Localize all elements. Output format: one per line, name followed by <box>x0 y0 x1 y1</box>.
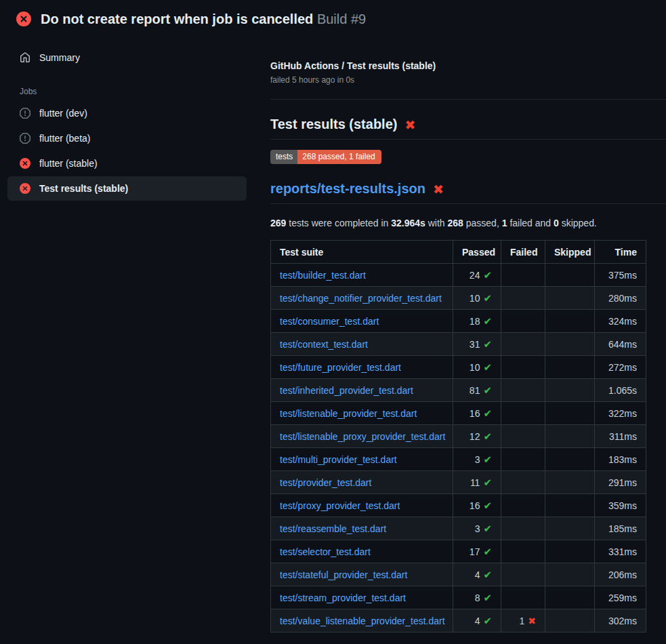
time-cell: 291ms <box>595 471 646 494</box>
divider <box>270 99 666 100</box>
summary-number: 32.964s <box>391 218 425 228</box>
x-circle-icon <box>20 158 30 169</box>
failed-cell <box>501 448 545 471</box>
test-suite-link[interactable]: test/future_provider_test.dart <box>280 362 401 373</box>
test-suite-link[interactable]: test/provider_test.dart <box>280 477 371 488</box>
test-suite-link[interactable]: test/multi_provider_test.dart <box>280 454 397 465</box>
suite-cell: test/inherited_provider_test.dart <box>271 379 453 402</box>
sidebar-item-summary[interactable]: Summary <box>7 47 247 68</box>
test-suite-link[interactable]: test/value_listenable_provider_test.dart <box>280 616 445 626</box>
column-header: Failed <box>501 241 545 264</box>
time-cell: 183ms <box>595 448 646 471</box>
test-suite-link[interactable]: test/builder_test.dart <box>280 270 366 281</box>
passed-cell: 16✔ <box>453 402 501 425</box>
sidebar-job-label: flutter (stable) <box>39 158 98 169</box>
time-cell: 322ms <box>595 402 646 425</box>
check-icon: ✔ <box>483 454 492 466</box>
failed-cell <box>501 563 545 586</box>
sidebar-job-item[interactable]: flutter (dev) <box>7 101 247 125</box>
check-icon: ✔ <box>483 615 492 627</box>
column-header: Time <box>595 241 646 264</box>
sidebar-job-item[interactable]: Test results (stable) <box>7 176 247 201</box>
build-number: Build #9 <box>317 12 366 26</box>
test-suite-link[interactable]: test/consumer_test.dart <box>280 316 379 327</box>
suite-cell: test/selector_test.dart <box>271 540 453 563</box>
summary-text: with <box>425 218 448 228</box>
failed-cell <box>501 264 545 287</box>
count-value: 31 <box>470 339 480 350</box>
failed-cell: 1✖ <box>501 609 545 632</box>
suite-cell: test/stream_provider_test.dart <box>271 586 453 609</box>
count-value: 4 <box>475 569 480 580</box>
test-suite-link[interactable]: test/change_notifier_provider_test.dart <box>280 293 442 304</box>
report-link[interactable]: reports/test-results.json <box>270 181 425 197</box>
suite-cell: test/provider_test.dart <box>271 471 453 494</box>
report-heading: reports/test-results.json ✖ <box>270 181 666 204</box>
badge-label: tests <box>270 150 297 164</box>
test-suite-link[interactable]: test/context_test.dart <box>280 339 368 350</box>
skipped-cell <box>545 540 595 563</box>
run-header: Do not create report when job is cancell… <box>0 0 666 36</box>
column-header: Passed <box>453 241 501 264</box>
failed-x-icon: ✖ <box>433 183 444 196</box>
passed-cell: 24✔ <box>453 264 501 287</box>
test-suite-link[interactable]: test/listenable_proxy_provider_test.dart <box>280 431 445 442</box>
time-cell: 644ms <box>595 333 646 356</box>
test-suite-link[interactable]: test/stateful_provider_test.dart <box>280 569 407 580</box>
cancelled-octagon-icon <box>20 133 30 144</box>
column-header: Skipped <box>545 241 595 264</box>
suite-cell: test/stateful_provider_test.dart <box>271 563 453 586</box>
test-results-table: Test suitePassedFailedSkippedTime test/b… <box>270 240 646 632</box>
summary-text: skipped. <box>559 218 597 228</box>
sidebar-job-item[interactable]: flutter (beta) <box>7 126 247 150</box>
check-icon: ✔ <box>483 523 492 535</box>
x-circle-icon <box>20 183 30 194</box>
run-title-text: Do not create report when job is cancell… <box>41 12 313 26</box>
check-icon: ✔ <box>483 338 492 350</box>
check-icon: ✔ <box>483 315 492 327</box>
run-failed-icon <box>16 12 31 26</box>
test-suite-link[interactable]: test/inherited_provider_test.dart <box>280 385 413 396</box>
time-cell: 324ms <box>595 310 646 333</box>
count-value: 11 <box>470 477 480 488</box>
test-suite-link[interactable]: test/proxy_provider_test.dart <box>280 500 400 511</box>
test-suite-link[interactable]: test/selector_test.dart <box>280 546 371 557</box>
count-value: 17 <box>470 546 480 557</box>
test-suite-link[interactable]: test/stream_provider_test.dart <box>280 592 406 603</box>
skipped-cell <box>545 563 595 586</box>
sidebar: Summary Jobs flutter (dev)flutter (beta)… <box>0 36 254 201</box>
table-row: test/change_notifier_provider_test.dart1… <box>271 287 646 310</box>
summary-text: passed, <box>463 218 502 228</box>
table-row: test/inherited_provider_test.dart81✔1.06… <box>271 379 646 402</box>
failed-cell <box>501 494 545 517</box>
passed-cell: 31✔ <box>453 333 501 356</box>
cancelled-octagon-icon <box>20 108 30 119</box>
jobs-list: flutter (dev)flutter (beta)flutter (stab… <box>7 101 247 201</box>
column-header: Test suite <box>271 241 453 264</box>
suite-cell: test/value_listenable_provider_test.dart <box>271 609 453 632</box>
count-value: 10 <box>470 293 480 304</box>
skipped-cell <box>545 425 595 448</box>
passed-cell: 8✔ <box>453 586 501 609</box>
table-row: test/provider_test.dart11✔291ms <box>271 471 646 494</box>
failed-x-icon: ✖ <box>404 119 415 132</box>
count-value: 81 <box>470 385 480 396</box>
suite-cell: test/builder_test.dart <box>271 264 453 287</box>
table-row: test/listenable_proxy_provider_test.dart… <box>271 425 646 448</box>
suite-cell: test/consumer_test.dart <box>271 310 453 333</box>
sidebar-job-item[interactable]: flutter (stable) <box>7 151 247 176</box>
summary-text: tests were completed in <box>286 218 391 228</box>
test-suite-link[interactable]: test/reassemble_test.dart <box>280 523 386 534</box>
time-cell: 280ms <box>595 287 646 310</box>
failed-cell <box>501 540 545 563</box>
check-icon: ✔ <box>483 546 492 558</box>
time-cell: 311ms <box>595 425 646 448</box>
check-run-title-text: Test results (stable) <box>270 117 397 132</box>
failed-cell <box>501 287 545 310</box>
time-cell: 375ms <box>595 264 646 287</box>
check-icon: ✔ <box>483 407 492 420</box>
test-suite-link[interactable]: test/listenable_provider_test.dart <box>280 408 417 419</box>
table-row: test/future_provider_test.dart10✔272ms <box>271 356 646 379</box>
sidebar-job-label: Test results (stable) <box>39 183 128 194</box>
table-row: test/proxy_provider_test.dart16✔359ms <box>271 494 646 517</box>
